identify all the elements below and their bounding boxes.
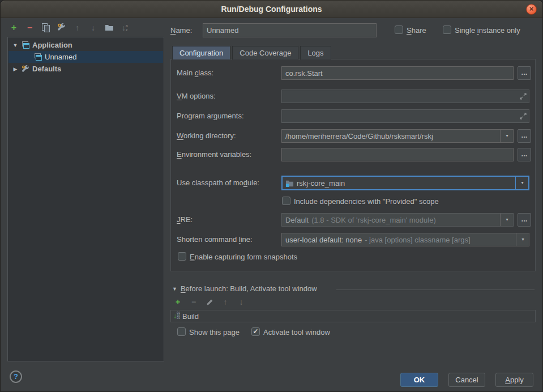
name-label: Name: (170, 26, 192, 35)
tree-item-unnamed[interactable]: Unnamed (8, 51, 163, 63)
arrow-up-icon: ↑ (75, 23, 79, 32)
build-icon: ↓ 01 10 01 (173, 312, 180, 320)
sort-configurations-button[interactable]: ↓ a z (119, 22, 130, 33)
edit-defaults-button[interactable] (56, 22, 67, 33)
vm-options-label: VM options: (177, 92, 216, 100)
move-task-up-button[interactable]: ↑ (221, 297, 230, 306)
name-input[interactable] (203, 23, 377, 37)
edit-task-button[interactable] (205, 297, 214, 306)
use-classpath-combo[interactable]: rskj-core_main ▼ (281, 176, 529, 190)
program-arguments-field[interactable] (281, 109, 529, 123)
cancel-button[interactable]: Cancel (448, 373, 485, 387)
jre-browse-button[interactable]: ... (518, 213, 531, 227)
close-button[interactable]: × (526, 4, 537, 15)
before-launch-header[interactable]: ▼ Before launch: Build, Activate tool wi… (172, 284, 317, 293)
folder-icon (105, 23, 114, 32)
remove-icon: − (191, 297, 196, 306)
tab-code-coverage[interactable]: Code Coverage (232, 46, 298, 59)
before-launch-toolbar: + − ↑ ↓ (173, 297, 246, 306)
tree-item-application[interactable]: ▼ Application (8, 39, 163, 51)
remove-icon: − (27, 23, 32, 33)
single-instance-label: Single instance only (455, 26, 520, 35)
activate-tool-window-label: Activate tool window (263, 328, 330, 336)
defaults-wrench-icon (21, 65, 30, 74)
expand-icon (520, 113, 527, 120)
include-provided-label: Include dependencies with "Provided" sco… (294, 197, 439, 206)
shorten-dropdown-button[interactable]: ▼ (516, 233, 529, 246)
capture-snapshots-label: Enable capturing form snapshots (190, 253, 297, 261)
task-label: Build (182, 312, 199, 321)
main-class-browse-button[interactable]: ... (518, 66, 531, 80)
dialog-title: Run/Debug Configurations (221, 5, 322, 14)
tab-logs[interactable]: Logs (300, 46, 331, 59)
jre-label: JRE: (177, 215, 193, 224)
before-launch-task-build[interactable]: ↓ 01 10 01 Build (170, 310, 536, 322)
working-directory-browse-button[interactable]: ... (518, 129, 531, 143)
pencil-icon (206, 299, 213, 306)
arrow-up-icon: ↑ (224, 297, 228, 306)
help-icon: ? (14, 372, 18, 381)
environment-variables-label: Environment variables: (177, 150, 251, 159)
expand-editor-button[interactable] (520, 93, 527, 100)
jre-dropdown-button[interactable]: ▼ (500, 214, 513, 226)
add-configuration-button[interactable]: + (8, 22, 19, 33)
shorten-command-line-label: Shorten command line: (177, 235, 253, 244)
chevron-down-icon: ▼ (520, 237, 524, 242)
tab-configuration[interactable]: Configuration (172, 46, 230, 59)
section-separator (336, 289, 535, 290)
sort-az-icon: a z (126, 24, 128, 32)
single-instance-checkbox[interactable] (443, 25, 451, 34)
application-type-icon (21, 41, 30, 50)
activate-tool-window-checkbox[interactable]: ✓ (251, 327, 260, 336)
add-task-button[interactable]: + (173, 297, 182, 306)
configurations-tree: ▼ Application Unnamed ▶ Defaults (7, 37, 164, 361)
include-provided-checkbox[interactable] (282, 197, 290, 205)
environment-variables-field[interactable] (281, 148, 514, 161)
ellipsis-icon: ... (521, 150, 528, 158)
module-icon (285, 179, 294, 188)
sort-arrow-icon: ↓ (122, 23, 126, 32)
chevron-expanded-icon[interactable]: ▼ (12, 42, 19, 48)
share-label: Share (407, 26, 426, 35)
remove-configuration-button[interactable]: − (24, 22, 35, 33)
working-directory-dropdown-button[interactable]: ▼ (500, 130, 513, 142)
chevron-collapsed-icon[interactable]: ▶ (12, 66, 19, 72)
working-directory-combo[interactable]: /home/meriherrera/Code/Github/rsksmart/r… (281, 129, 514, 143)
apply-button[interactable]: Apply (495, 373, 533, 387)
configurations-toolbar: + − ↑ ↓ ↓ a z (8, 22, 130, 33)
remove-task-button[interactable]: − (189, 297, 198, 306)
move-up-button[interactable]: ↑ (72, 22, 83, 33)
ellipsis-icon: ... (521, 215, 528, 223)
add-icon: + (176, 297, 180, 306)
run-debug-configurations-dialog: Run/Debug Configurations × + − ↑ ↓ ↓ a (0, 0, 543, 392)
tree-item-defaults[interactable]: ▶ Defaults (8, 63, 163, 75)
use-classpath-dropdown-button[interactable]: ▼ (515, 177, 528, 189)
ellipsis-icon: ... (521, 68, 528, 76)
capture-snapshots-checkbox[interactable] (178, 252, 186, 261)
main-class-label: Main class: (177, 69, 213, 77)
share-checkbox[interactable] (395, 25, 403, 34)
wrench-gear-icon (57, 23, 66, 32)
show-this-page-checkbox[interactable] (177, 327, 186, 336)
program-arguments-label: Program arguments: (177, 112, 244, 120)
expand-editor-button[interactable] (520, 113, 527, 120)
add-icon: + (11, 23, 16, 33)
environment-variables-browse-button[interactable]: ... (518, 148, 531, 161)
chevron-down-icon: ▼ (520, 181, 524, 185)
main-class-field[interactable]: co.rsk.Start (281, 66, 514, 80)
help-button[interactable]: ? (10, 370, 22, 383)
configuration-panel: Main class: co.rsk.Start ... VM options:… (170, 59, 536, 271)
move-task-down-button[interactable]: ↓ (237, 297, 246, 306)
section-collapse-icon[interactable]: ▼ (172, 286, 177, 292)
move-down-button[interactable]: ↓ (88, 22, 99, 33)
shorten-command-line-combo[interactable]: user-local default: none - java [options… (281, 233, 529, 246)
copy-icon (42, 23, 49, 32)
title-bar: Run/Debug Configurations × (1, 1, 542, 18)
copy-configuration-button[interactable] (40, 22, 51, 33)
create-folder-button[interactable] (104, 22, 114, 33)
ok-button[interactable]: OK (400, 373, 438, 387)
settings-tabs: Configuration Code Coverage Logs (172, 46, 331, 59)
jre-combo[interactable]: Default (1.8 - SDK of 'rskj-core_main' m… (281, 213, 514, 227)
close-icon: × (529, 5, 534, 13)
vm-options-field[interactable] (281, 90, 529, 103)
